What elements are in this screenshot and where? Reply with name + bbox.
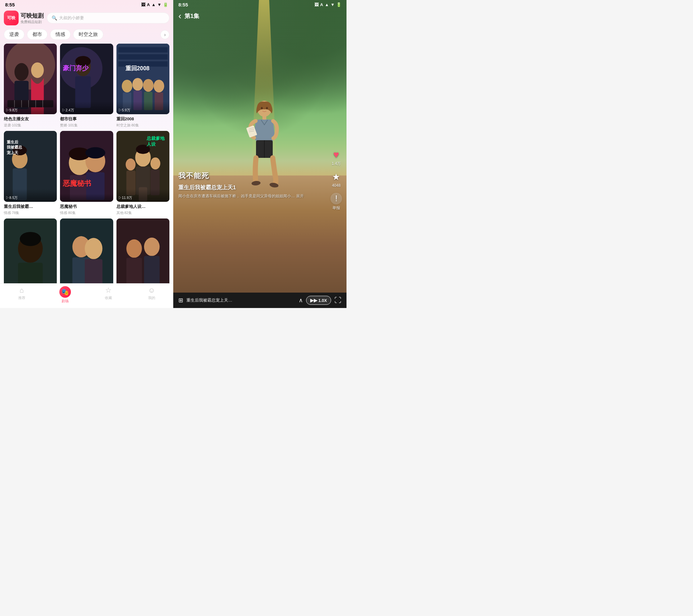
card-4-overlay: ▷8.5万 <box>4 189 57 202</box>
tag-0[interactable]: 逆袭 <box>4 29 24 40</box>
svg-point-23 <box>132 78 143 91</box>
photo-icon-r: 🖼 <box>314 2 319 7</box>
svg-point-74 <box>266 107 268 109</box>
tag-1[interactable]: 都市 <box>27 29 47 40</box>
video-player[interactable]: 8:55 🖼 A ▲ ▼ 🔋 ‹ 第1集 ♥ 1.4万 ★ 4048 <box>173 0 346 293</box>
series-name: 重生后我被霸总宠上天… <box>186 297 296 303</box>
nav-recommend[interactable]: ⌂ 推荐 <box>0 286 43 303</box>
card-grid: ▷9.8万 绝色主播女友 逆袭·102集 <box>4 44 170 283</box>
like-button[interactable]: ♥ 1.4万 <box>332 149 341 166</box>
speed-value: 1.0X <box>318 298 327 303</box>
card-6-thumb: 总裁爹地 人设 ▷11.9万 <box>117 131 170 201</box>
card-8[interactable] <box>60 218 113 283</box>
tag-2[interactable]: 情感 <box>50 29 71 40</box>
card-7[interactable] <box>4 218 57 283</box>
card-7-image <box>4 218 57 283</box>
card-3[interactable]: 重回2008 ▷5.9万 重回2008 时空之旅·80集 <box>117 44 170 128</box>
card-9[interactable] <box>117 218 170 283</box>
video-top-bar: ‹ 第1集 <box>173 9 346 23</box>
card-3-overlay: ▷5.9万 <box>117 101 170 114</box>
svg-point-42 <box>86 147 105 158</box>
logo-icon-text: 可映 <box>7 15 15 21</box>
bottom-nav: ⌂ 推荐 🎭 剧场 ☆ 收藏 ☺ 我的 <box>0 283 173 308</box>
card-6-title: 总裁爹地人设… <box>117 204 170 210</box>
right-panel: 8:55 🖼 A ▲ ▼ 🔋 ‹ 第1集 ♥ 1.4万 ★ 4048 <box>173 0 346 308</box>
battery-icon: 🔋 <box>163 2 168 7</box>
card-1-views: ▷9.8万 <box>6 108 55 113</box>
logo-icon: 可映 <box>4 11 19 25</box>
card-1[interactable]: ▷9.8万 绝色主播女友 逆袭·102集 <box>4 44 57 128</box>
signal-icon: ▼ <box>157 2 161 7</box>
time-left: 8:55 <box>5 2 15 7</box>
nav-favorites[interactable]: ☆ 收藏 <box>87 286 130 303</box>
card-6-sub: 其他·82集 <box>117 211 170 215</box>
svg-text:豪门弃少: 豪门弃少 <box>63 64 89 72</box>
card-4[interactable]: 重生后 我被霸总 宠上天 ▷8.5万 重生后我被霸… 情感·78集 <box>4 131 57 215</box>
tag-more-arrow[interactable]: › <box>160 30 170 39</box>
card-2[interactable]: 豪门弃少 ▷2.4万 都市往事 赘婿·101集 <box>60 44 113 128</box>
logo: 可映 可映短剧 免费精品短剧 <box>4 11 44 25</box>
card-1-title: 绝色主播女友 <box>4 116 57 122</box>
card-9-image <box>117 218 170 283</box>
svg-rect-20 <box>118 54 167 60</box>
card-3-views: ▷5.9万 <box>118 108 167 113</box>
card-6-views: ▷11.9万 <box>118 195 167 200</box>
search-bar[interactable]: 🔍 大叔的小娇妻 <box>47 13 170 23</box>
card-6[interactable]: 总裁爹地 人设 ▷11.9万 总裁爹地人设… 其他·82集 <box>117 131 170 215</box>
star-nav-icon: ☆ <box>105 286 112 295</box>
card-5-sub: 情感·80集 <box>60 211 113 215</box>
svg-point-50 <box>150 158 160 170</box>
speed-button[interactable]: ▶▶ 1.0X <box>306 296 331 305</box>
like-count: 1.4万 <box>332 161 341 166</box>
theater-icon: 🎭 <box>61 288 69 296</box>
layers-group: ⊞ <box>178 297 183 304</box>
card-6-overlay: ▷11.9万 <box>117 189 170 202</box>
favorite-button[interactable]: ★ 4048 <box>332 172 341 188</box>
svg-rect-71 <box>144 256 159 283</box>
favorite-count: 4048 <box>332 183 341 188</box>
svg-text:我被霸总: 我被霸总 <box>6 145 22 150</box>
svg-text:恶魔秘书: 恶魔秘书 <box>63 179 91 187</box>
video-text-overlay: 我不能死 重生后我被霸总宠上天1 闻小念在庆市遭遇车祸后被抛下桥， 凶手竟是同父… <box>178 171 321 199</box>
card-5-overlay <box>60 194 113 202</box>
left-panel: 8:55 🖼 A ▲ ▼ 🔋 可映 可映短剧 免费精品短剧 🔍 大叔的小娇妻 逆… <box>0 0 173 308</box>
nav-favorites-label: 收藏 <box>105 296 112 300</box>
wifi-icon-r: ▲ <box>325 2 329 7</box>
card-3-title: 重回2008 <box>117 116 170 122</box>
svg-rect-66 <box>85 259 102 283</box>
logo-text-group: 可映短剧 免费精品短剧 <box>21 12 44 24</box>
svg-point-4 <box>31 62 44 78</box>
layers-icon: ⊞ <box>178 297 183 304</box>
back-button[interactable]: ‹ <box>178 12 181 21</box>
drama-title: 重生后我被霸总宠上天1 <box>178 184 321 191</box>
signal-icon-r: ▼ <box>331 2 335 7</box>
card-5-title: 恶魔秘书 <box>60 204 113 210</box>
status-bar-left: 8:55 🖼 A ▲ ▼ 🔋 <box>0 0 173 9</box>
nav-profile-label: 我的 <box>148 296 155 300</box>
status-icons-right: 🖼 A ▲ ▼ 🔋 <box>314 2 341 7</box>
svg-point-64 <box>85 238 102 259</box>
tag-3[interactable]: 时空之旅 <box>73 29 103 40</box>
svg-point-60 <box>20 232 41 246</box>
side-actions: ♥ 1.4万 ★ 4048 ! 举报 <box>331 149 342 211</box>
card-5-image: 恶魔秘书 <box>60 131 113 201</box>
nav-theater-label: 剧场 <box>62 299 69 303</box>
a-icon: A <box>147 2 150 7</box>
card-5[interactable]: 恶魔秘书 恶魔秘书 情感·80集 <box>60 131 113 215</box>
card-2-overlay: ▷2.4万 <box>60 101 113 114</box>
report-label: 举报 <box>332 205 340 211</box>
card-4-sub: 情感·78集 <box>4 211 57 215</box>
app-title: 可映短剧 <box>21 12 44 20</box>
chevron-up-icon[interactable]: ∧ <box>299 297 303 304</box>
star-icon: ★ <box>332 172 340 182</box>
fullscreen-button[interactable]: ⛶ <box>334 296 341 304</box>
svg-point-49 <box>125 158 135 171</box>
svg-point-69 <box>144 237 159 256</box>
card-8-image <box>60 218 113 283</box>
nav-theater[interactable]: 🎭 剧场 <box>43 286 87 303</box>
svg-point-73 <box>261 107 263 109</box>
svg-point-68 <box>126 239 142 258</box>
nav-profile[interactable]: ☺ 我的 <box>130 286 173 303</box>
expand-button[interactable]: 展开 <box>296 194 304 198</box>
report-button[interactable]: ! 举报 <box>331 193 342 211</box>
